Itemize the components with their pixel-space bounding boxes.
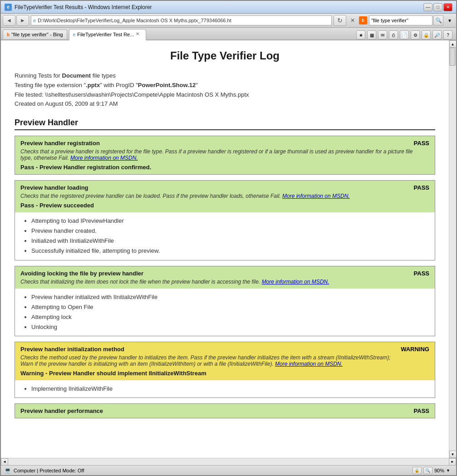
- list-item: Unlocking: [31, 322, 429, 332]
- title-bar-left: e FileTypeVerifier Test Results - Window…: [5, 4, 152, 11]
- back-button[interactable]: ◄: [3, 15, 15, 26]
- zoom-level: 90%: [434, 468, 444, 473]
- page-button[interactable]: 📄: [400, 30, 409, 39]
- test-title-4: Preview handler initialization method: [20, 346, 401, 353]
- status-text: Computer | Protected Mode: Off: [14, 468, 84, 473]
- close-button[interactable]: ✕: [443, 3, 452, 11]
- list-item: Preview handler initialized with IInitia…: [31, 292, 429, 302]
- test-header-loading: Preview handler loading Checks that the …: [15, 181, 435, 212]
- print-button[interactable]: ⎙: [389, 30, 398, 39]
- research-button[interactable]: 🔎: [432, 30, 442, 39]
- test-status-1: PASS: [414, 140, 429, 147]
- test-body-init: Implementing IInitializeWithFile: [15, 380, 435, 397]
- page-title: File Type Verifier Log: [15, 49, 435, 62]
- test-card-loading: Preview handler loading Checks that the …: [15, 180, 435, 260]
- test-header-content-1: Preview handler registration Checks that…: [20, 140, 414, 171]
- window-controls: — □ ✕: [423, 3, 452, 11]
- list-item: Attempting to Open File: [31, 302, 429, 312]
- list-item: Attempting to load IPreviewHandler: [31, 216, 429, 226]
- test-title-1: Preview handler registration: [20, 140, 414, 147]
- status-right: 🔒 🔍 90% ▼: [413, 467, 452, 474]
- page-content: File Type Verifier Log Running Tests for…: [1, 40, 449, 458]
- list-item: Initialized with IInitializeWithFile: [31, 236, 429, 246]
- scroll-up-button[interactable]: ▲: [449, 40, 457, 48]
- list-item: Successfully initialized file, attemptin…: [31, 246, 429, 256]
- hscroll-left-button[interactable]: ◄: [1, 458, 8, 466]
- meta-line2-suffix: ": [196, 82, 198, 88]
- favorites-button[interactable]: ★: [356, 30, 365, 39]
- test-header-content-4: Preview handler initialization method Ch…: [20, 346, 401, 377]
- test-header-content-5: Preview handler performance: [20, 407, 103, 414]
- test-header-content-2: Preview handler loading Checks that the …: [20, 184, 350, 209]
- test-desc-text-3: Checks that initializing the item does n…: [20, 279, 262, 285]
- browser-window: e FileTypeVerifier Test Results - Window…: [0, 0, 457, 476]
- detail-list-loading: Attempting to load IPreviewHandler Previ…: [20, 216, 429, 256]
- address-field[interactable]: e D:\Work\Desktop\FileTypeVerifierLog_Ap…: [31, 15, 332, 25]
- test-body-loading: Attempting to load IPreviewHandler Previ…: [15, 212, 435, 260]
- test-link-1[interactable]: More information on MSDN.: [70, 155, 138, 161]
- zoom-dropdown[interactable]: ▼: [446, 468, 452, 473]
- test-result-1: Pass - Preview Handler registration conf…: [20, 164, 414, 171]
- test-header-locking: Avoiding locking the file by preview han…: [15, 266, 435, 289]
- stop-button[interactable]: ✕: [348, 16, 357, 25]
- meta-line2-prefix: Testing file type extension ": [15, 82, 86, 88]
- test-link-3[interactable]: More information on MSDN.: [262, 279, 329, 285]
- feeds-button[interactable]: ▦: [367, 30, 376, 39]
- history-button[interactable]: ✉: [378, 30, 387, 39]
- test-status-5: PASS: [414, 407, 429, 414]
- test-header-registration: Preview handler registration Checks that…: [15, 136, 435, 174]
- section-title: Preview Handler: [15, 118, 435, 130]
- list-item: Attempting lock: [31, 312, 429, 322]
- test-link-4[interactable]: More information on MSDN.: [275, 361, 343, 367]
- forward-button[interactable]: ►: [16, 15, 29, 26]
- meta-line4: Created on August 05, 2009 at 9:17 AM: [15, 99, 435, 109]
- test-title-5: Preview handler performance: [20, 407, 103, 414]
- hscroll-right-button[interactable]: ►: [449, 458, 456, 466]
- test-status-4: WARNING: [401, 346, 429, 353]
- meta-doc-type: Document: [62, 72, 91, 79]
- scroll-down-button[interactable]: ▼: [449, 451, 457, 458]
- content-area: File Type Verifier Log Running Tests for…: [1, 40, 456, 458]
- test-card-performance: Preview handler performance PASS: [15, 403, 435, 418]
- safety-button[interactable]: 🔒: [422, 30, 431, 39]
- test-title-2: Preview handler loading: [20, 184, 350, 191]
- protected-mode-icon[interactable]: 🔒: [413, 467, 422, 474]
- maximize-button[interactable]: □: [433, 3, 442, 11]
- meta-line1: Running Tests for Document file types: [15, 71, 435, 81]
- nav-buttons: ◄ ►: [3, 15, 29, 26]
- meta-line2: Testing file type extension ".pptx" with…: [15, 81, 435, 90]
- search-button[interactable]: 🔍: [433, 15, 443, 25]
- meta-line1-prefix: Running Tests for: [15, 72, 62, 79]
- minimize-button[interactable]: —: [423, 3, 432, 11]
- tab-ftv[interactable]: e FileTypeVerifier Test Re... ✕: [69, 29, 147, 40]
- tab-bar: b "file type verifier" - Bing e FileType…: [1, 28, 456, 40]
- tab-bing[interactable]: b "file type verifier" - Bing: [3, 29, 67, 39]
- detail-list-init: Implementing IInitializeWithFile: [20, 384, 429, 394]
- test-body-locking: Preview handler initialized with IInitia…: [15, 289, 435, 336]
- help-button[interactable]: ?: [443, 30, 452, 39]
- detail-list-locking: Preview handler initialized with IInitia…: [20, 292, 429, 332]
- status-bar: 💻 Computer | Protected Mode: Off 🔒 🔍 90%…: [1, 465, 456, 475]
- refresh-button[interactable]: ↻: [334, 15, 346, 26]
- test-desc-4: Checks the method used by the preview ha…: [20, 354, 401, 367]
- zoom-icon[interactable]: 🔍: [423, 467, 432, 474]
- search-engine-icon: b: [359, 16, 367, 25]
- test-status-3: PASS: [414, 270, 429, 277]
- meta-ext: .pptx: [86, 82, 100, 88]
- scroll-thumb[interactable]: [449, 48, 456, 66]
- test-link-2[interactable]: More information on MSDN.: [282, 193, 350, 199]
- search-dropdown-button[interactable]: ▼: [445, 18, 454, 23]
- meta-line3: File tested: \\shelltest\users\dwashin\P…: [15, 90, 435, 100]
- test-header-performance: Preview handler performance PASS: [15, 404, 435, 418]
- tab-close-button[interactable]: ✕: [136, 31, 142, 38]
- test-status-2: PASS: [414, 184, 429, 191]
- list-item: Preview handler created.: [31, 226, 429, 236]
- ie-icon: e: [5, 4, 12, 11]
- test-card-locking: Avoiding locking the file by preview han…: [15, 266, 435, 336]
- hscroll-track: [8, 458, 449, 465]
- tools-button[interactable]: ⚙: [411, 30, 420, 39]
- ftv-tab-icon: e: [73, 32, 76, 37]
- vertical-scrollbar[interactable]: ▲ ▼: [449, 40, 456, 458]
- window-title: FileTypeVerifier Test Results - Windows …: [15, 4, 152, 10]
- search-input[interactable]: [369, 15, 432, 25]
